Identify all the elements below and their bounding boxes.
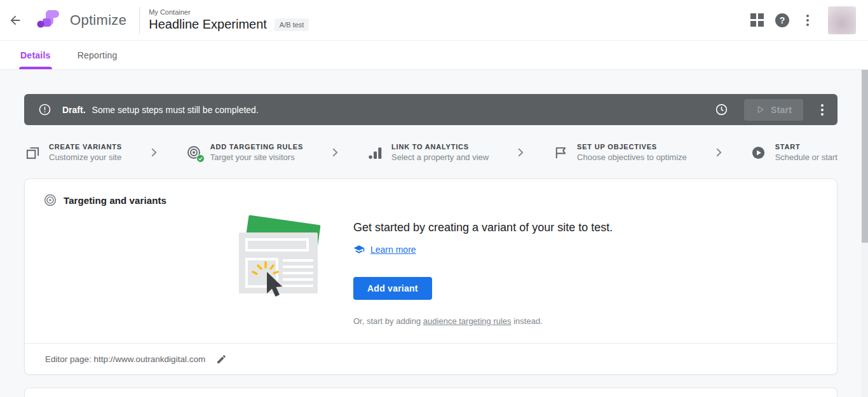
container-label: My Container xyxy=(149,8,309,16)
optimize-logo-icon xyxy=(36,8,61,33)
step-start[interactable]: START Schedule or start xyxy=(750,142,837,163)
schedule-clock-icon[interactable] xyxy=(712,101,730,119)
chevron-right-icon xyxy=(147,145,161,159)
variant-illustration xyxy=(238,217,324,307)
editor-page-text: Editor page: http://www.outrankdigital.c… xyxy=(45,354,205,364)
scrollbar-thumb[interactable] xyxy=(862,70,868,243)
tab-details[interactable]: Details xyxy=(19,41,52,69)
target-rings-icon xyxy=(44,194,57,206)
optimize-logo[interactable]: Optimize xyxy=(36,8,126,33)
app-name: Optimize xyxy=(70,12,126,29)
header-divider xyxy=(139,7,140,34)
cursor-icon xyxy=(263,271,285,302)
editor-page-footer: Editor page: http://www.outrankdigital.c… xyxy=(25,343,837,374)
main-content: Draft. Some setup steps must still be co… xyxy=(0,70,868,397)
draft-status-banner: Draft. Some setup steps must still be co… xyxy=(24,94,837,125)
banner-message: Some setup steps must still be completed… xyxy=(92,105,259,115)
copy-pages-icon xyxy=(24,144,41,161)
avatar[interactable] xyxy=(828,6,856,34)
header-kebab-menu-icon[interactable] xyxy=(795,8,820,33)
targeting-variants-card: Targeting and variants xyxy=(24,178,837,375)
flag-icon xyxy=(552,144,569,161)
chevron-right-icon xyxy=(513,145,527,159)
graduation-cap-icon xyxy=(353,244,365,255)
step-create-variants[interactable]: CREATE VARIANTS Customize your site xyxy=(24,142,122,163)
play-circle-icon xyxy=(750,144,767,161)
apps-grid-icon[interactable] xyxy=(744,8,770,33)
banner-kebab-menu-icon[interactable] xyxy=(821,104,824,116)
analytics-bars-icon xyxy=(367,144,383,161)
audience-targeting-rules-link[interactable]: audience targeting rules xyxy=(423,316,512,326)
app-header: Optimize My Container Headline Experimen… xyxy=(0,0,868,41)
setup-stepper: CREATE VARIANTS Customize your site xyxy=(24,137,837,168)
step-set-up-objectives[interactable]: SET UP OBJECTIVES Choose objectives to o… xyxy=(552,142,687,163)
experiment-header: My Container Headline Experiment A/B tes… xyxy=(149,8,309,32)
start-button[interactable]: Start xyxy=(744,99,803,121)
tab-reporting[interactable]: Reporting xyxy=(76,41,119,69)
back-icon[interactable] xyxy=(3,8,28,33)
active-tab-underline xyxy=(19,67,52,69)
apps-grid-glyph xyxy=(750,13,764,27)
target-icon xyxy=(186,144,202,161)
help-icon[interactable]: ? xyxy=(770,8,795,33)
play-icon xyxy=(756,105,765,114)
edit-pencil-icon[interactable] xyxy=(214,351,229,367)
chevron-right-icon xyxy=(712,145,726,159)
tab-bar: Details Reporting xyxy=(0,41,868,70)
page-title: Headline Experiment xyxy=(149,17,267,32)
alert-icon xyxy=(38,103,51,116)
add-variant-button[interactable]: Add variant xyxy=(353,277,432,300)
experiment-type-badge: A/B test xyxy=(275,18,309,31)
alt-targeting-text: Or, start by adding audience targeting r… xyxy=(353,316,613,326)
scrollbar-track[interactable] xyxy=(862,70,868,397)
step-complete-check-icon xyxy=(196,154,205,163)
card-headline: Get started by creating a variant of you… xyxy=(353,221,613,234)
card-title: Targeting and variants xyxy=(64,195,166,206)
status-badge: Draft. xyxy=(62,105,86,115)
chevron-right-icon xyxy=(328,145,342,159)
step-link-to-analytics[interactable]: LINK TO ANALYTICS Select a property and … xyxy=(367,142,489,163)
learn-more-link[interactable]: Learn more xyxy=(353,244,613,255)
step-add-targeting-rules[interactable]: ADD TARGETING RULES Target your site vis… xyxy=(186,142,303,163)
next-section-card xyxy=(24,387,837,397)
